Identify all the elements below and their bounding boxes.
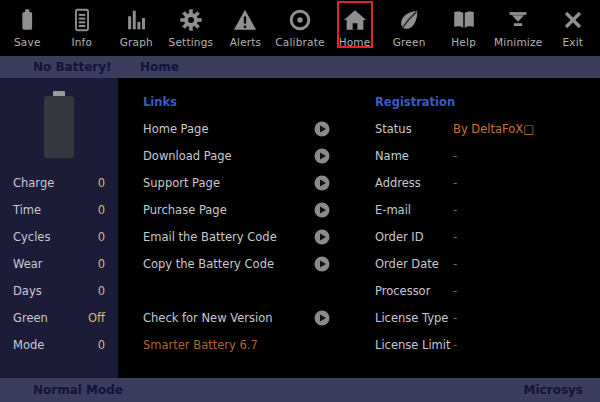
x-icon [560,7,586,33]
target-icon [287,7,313,33]
reg-value: - [453,311,457,325]
link-home-page[interactable]: Home Page [143,115,330,142]
stat-value: 0 [98,230,105,244]
open-link-play-icon[interactable] [314,202,330,218]
link-label: Support Page [143,176,220,190]
link-support-page[interactable]: Support Page [143,169,330,196]
toolbar-label-save: Save [14,36,41,48]
reg-value: - [453,230,457,244]
app-version-row: Smarter Battery 6.7 [143,331,330,358]
open-link-play-icon[interactable] [314,256,330,272]
link-download-page[interactable]: Download Page [143,142,330,169]
reg-row-order-id: Order ID - [375,223,575,250]
mode-status-text: Normal Mode [33,383,123,397]
toolbar-label-home: Home [339,36,371,48]
open-link-play-icon[interactable] [314,175,330,191]
stat-label: Charge [13,176,54,190]
main-toolbar: Save Info Graph Settings [0,0,600,56]
reg-row-license-limit: License Limit - [375,331,575,358]
reg-label: E-mail [375,203,453,217]
toolbar-label-calibrate: Calibrate [275,36,324,48]
reg-value: - [453,257,457,271]
toolbar-button-alerts[interactable]: Alerts [218,0,273,56]
toolbar-label-info: Info [71,36,92,48]
reg-label: Name [375,149,453,163]
registration-header: Registration [375,88,575,115]
reg-label: License Limit [375,338,453,352]
reg-value: By DeltaFoX□ [453,122,534,136]
reg-value: - [453,149,457,163]
reg-label: Processor [375,284,453,298]
reg-label: Order Date [375,257,453,271]
toolbar-button-settings[interactable]: Settings [164,0,219,56]
links-spacer [143,277,330,304]
stat-label: Wear [13,257,43,271]
home-icon [342,7,368,33]
reg-row-processor: Processor - [375,277,575,304]
reg-label: License Type [375,311,453,325]
stat-label: Time [13,203,41,217]
toolbar-label-minimize: Minimize [494,36,542,48]
reg-row-address: Address - [375,169,575,196]
stat-row-green: Green Off [0,304,118,331]
link-copy-battery-code[interactable]: Copy the Battery Code [143,250,330,277]
stat-value: 0 [98,284,105,298]
stat-row-wear: Wear 0 [0,250,118,277]
link-label: Home Page [143,122,208,136]
open-link-play-icon[interactable] [314,310,330,326]
link-email-battery-code[interactable]: Email the Battery Code [143,223,330,250]
battery-save-icon [14,7,40,33]
info-document-icon [69,7,95,33]
toolbar-button-info[interactable]: Info [55,0,110,56]
stat-label: Cycles [13,230,50,244]
toolbar-button-calibrate[interactable]: Calibrate [273,0,328,56]
stat-value: 0 [98,203,105,217]
stat-value: 0 [98,176,105,190]
battery-stats: Charge 0 Time 0 Cycles 0 Wear 0 Days 0 G… [0,169,118,358]
open-link-play-icon[interactable] [314,148,330,164]
toolbar-label-graph: Graph [120,36,153,48]
toolbar-label-exit: Exit [562,36,583,48]
link-purchase-page[interactable]: Purchase Page [143,196,330,223]
open-link-play-icon[interactable] [314,229,330,245]
stat-row-mode: Mode 0 [0,331,118,358]
warning-triangle-icon [232,7,258,33]
reg-label: Address [375,176,453,190]
battery-status-text: No Battery! [33,56,112,78]
toolbar-button-exit[interactable]: Exit [545,0,600,56]
reg-row-order-date: Order Date - [375,250,575,277]
link-label: Check for New Version [143,311,273,325]
battery-icon [0,91,118,158]
current-page-text: Home [140,56,179,78]
toolbar-button-help[interactable]: Help [436,0,491,56]
links-header-text: Links [143,95,177,109]
reg-row-email: E-mail - [375,196,575,223]
stat-value: 0 [98,338,105,352]
stat-label: Days [13,284,42,298]
toolbar-button-green[interactable]: Green [382,0,437,56]
status-strip-bottom: Normal Mode Microsys [0,378,600,402]
vendor-text: Microsys [524,383,583,397]
reg-value: - [453,338,457,352]
stat-row-days: Days 0 [0,277,118,304]
toolbar-button-save[interactable]: Save [0,0,55,56]
reg-value: - [453,203,457,217]
link-check-new-version[interactable]: Check for New Version [143,304,330,331]
reg-value: - [453,176,457,190]
toolbar-button-graph[interactable]: Graph [109,0,164,56]
toolbar-button-home[interactable]: Home [327,0,382,56]
stat-row-time: Time 0 [0,196,118,223]
toolbar-label-green: Green [393,36,426,48]
stat-label: Green [13,311,48,325]
stat-label: Mode [13,338,44,352]
open-link-play-icon[interactable] [314,121,330,137]
app-version-text: Smarter Battery 6.7 [143,338,258,352]
minimize-icon [505,7,531,33]
bar-graph-icon [123,7,149,33]
reg-row-status: Status By DeltaFoX□ [375,115,575,142]
link-label: Download Page [143,149,232,163]
gear-icon [178,7,204,33]
toolbar-button-minimize[interactable]: Minimize [491,0,546,56]
toolbar-label-alerts: Alerts [230,36,262,48]
book-icon [451,7,477,33]
